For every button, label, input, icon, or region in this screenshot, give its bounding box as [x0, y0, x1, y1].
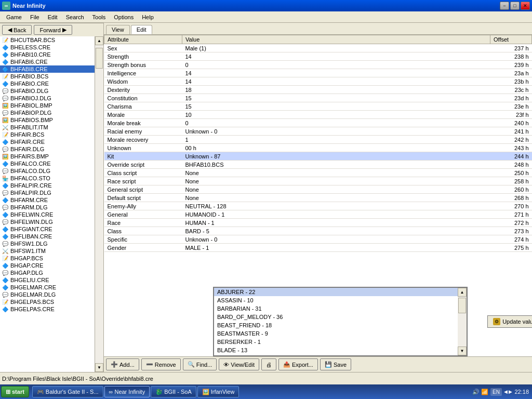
- menu-file[interactable]: File: [26, 13, 44, 21]
- dropdown-item[interactable]: ASSASIN - 10: [214, 296, 458, 304]
- start-button[interactable]: ⊞ start: [1, 386, 29, 397]
- list-item[interactable]: 📝BHCUTBAR.BCS: [0, 36, 95, 44]
- update-value-button[interactable]: ⚙ Update value: [487, 315, 532, 328]
- dropdown-item[interactable]: ABJURER - 22: [214, 288, 458, 296]
- list-item[interactable]: 💬BHFAIR.DLG: [0, 145, 95, 153]
- list-item[interactable]: 🔷BHFLIBAN.CRE: [0, 233, 95, 240]
- menu-help[interactable]: Help: [138, 13, 158, 21]
- table-row[interactable]: GeneralHUMANOID - 1271 h: [104, 210, 532, 219]
- table-row[interactable]: Constitution1523d h: [104, 94, 532, 102]
- table-row[interactable]: Morale1023f h: [104, 111, 532, 119]
- tab-view[interactable]: View: [106, 25, 130, 34]
- table-row[interactable]: Default scriptNone268 h: [104, 194, 532, 202]
- back-button[interactable]: ◀ Back: [2, 25, 32, 35]
- dropdown-scroll-down[interactable]: ▼: [458, 347, 467, 355]
- table-row[interactable]: Morale break0240 h: [104, 119, 532, 127]
- list-item[interactable]: ⚔️BHFABLIT.ITM: [0, 124, 95, 131]
- table-row[interactable]: Wisdom1423b h: [104, 77, 532, 86]
- dropdown-item[interactable]: BARD_OF_MELODY - 36: [214, 313, 458, 321]
- find-button[interactable]: 🔍 Find...: [183, 358, 217, 370]
- table-row[interactable]: Strength14238 h: [104, 52, 532, 61]
- list-item[interactable]: 🔷BHGAP.CRE: [0, 262, 95, 269]
- table-row[interactable]: ClassBARD - 5273 h: [104, 227, 532, 235]
- table-row[interactable]: SpecificUnknown - 0274 h: [104, 235, 532, 244]
- list-item[interactable]: 🖼️BHFABIOL.BMP: [0, 102, 95, 109]
- list-item[interactable]: 💬BHFARM.DLG: [0, 204, 95, 211]
- dropdown-item[interactable]: BEAST_FRIEND - 18: [214, 321, 458, 329]
- list-item[interactable]: 🔷BHFALCO.CRE: [0, 160, 95, 167]
- scroll-up-button[interactable]: ▲: [95, 36, 103, 45]
- tab-edit[interactable]: Edit: [131, 25, 152, 34]
- menu-game[interactable]: Game: [2, 13, 26, 21]
- dropdown-scrollbar[interactable]: ▲ ▼: [458, 288, 467, 355]
- table-row[interactable]: RaceHUMAN - 1272 h: [104, 219, 532, 227]
- taskbar-item[interactable]: ∞Near Infinity: [104, 386, 150, 397]
- list-item[interactable]: 📝BHGELPAS.BCS: [0, 298, 95, 305]
- dropdown-item[interactable]: BERSERKER - 1: [214, 338, 458, 346]
- table-row[interactable]: Class scriptNone250 h: [104, 169, 532, 177]
- print-button[interactable]: 🖨: [261, 358, 276, 370]
- taskbar-item[interactable]: 🐉BGII - SoA: [151, 386, 196, 397]
- dropdown-item[interactable]: BLADE - 13: [214, 346, 458, 354]
- export-button[interactable]: 📤 Export...: [278, 358, 318, 370]
- file-list-scrollbar[interactable]: ▲ ▼: [95, 36, 103, 372]
- list-item[interactable]: 💬BHFABIO.DLG: [0, 87, 95, 95]
- list-item[interactable]: 🔷BHFARM.CRE: [0, 196, 95, 204]
- taskbar-item[interactable]: 🎮Baldur's Gate II - S...: [32, 386, 103, 397]
- dropdown-item[interactable]: BARBARIAN - 31: [214, 304, 458, 313]
- list-item[interactable]: 🔷BHFABI6.CRE: [0, 58, 95, 65]
- list-item[interactable]: 💬BHGAP.DLG: [0, 269, 95, 276]
- minimize-button[interactable]: −: [500, 2, 509, 10]
- menu-options[interactable]: Options: [110, 13, 138, 21]
- table-row[interactable]: KitUnknown - 87244 h: [104, 152, 532, 161]
- list-item[interactable]: 💬BHFABIOJ.DLG: [0, 95, 95, 102]
- table-row[interactable]: Dexterity1823c h: [104, 86, 532, 94]
- table-row[interactable]: Enemy-AllyNEUTRAL - 128270 h: [104, 202, 532, 210]
- list-item[interactable]: 🔷BHFABI10.CRE: [0, 51, 95, 58]
- list-item[interactable]: 💬BHFALPIR.DLG: [0, 189, 95, 196]
- list-item[interactable]: 🖼️BHFAIRS.BMP: [0, 153, 95, 160]
- table-row[interactable]: Charisma1523e h: [104, 102, 532, 111]
- list-item[interactable]: 📝BHFABIO.BCS: [0, 73, 95, 80]
- dropdown-scroll-thumb[interactable]: [458, 298, 466, 313]
- table-row[interactable]: Override scriptBHFAB10.BCS248 h: [104, 161, 532, 169]
- scroll-down-button[interactable]: ▼: [95, 363, 103, 372]
- table-row[interactable]: Racial enemyUnknown - 0241 h: [104, 127, 532, 136]
- table-row[interactable]: Morale recovery1242 h: [104, 136, 532, 144]
- list-item[interactable]: 🔷BHFAIR.CRE: [0, 138, 95, 145]
- close-button[interactable]: ✕: [521, 2, 530, 10]
- list-item[interactable]: 💬BHFALCO.DLG: [0, 167, 95, 175]
- list-item[interactable]: 🔷BHFELWIN.CRE: [0, 211, 95, 218]
- list-item[interactable]: 🔷BHFGIANT.CRE: [0, 225, 95, 233]
- list-item[interactable]: 🔷BHFABIO.CRE: [0, 80, 95, 87]
- list-item[interactable]: 🔷BHELESS.CRE: [0, 44, 95, 51]
- list-item[interactable]: 💬BHGELMAR.DLG: [0, 291, 95, 298]
- forward-button[interactable]: Forward ▶: [34, 25, 72, 35]
- table-row[interactable]: GenderMALE - 1275 h: [104, 244, 532, 252]
- save-button[interactable]: 💾 Save: [320, 358, 351, 370]
- list-item[interactable]: 📝BHGAP.BCS: [0, 255, 95, 262]
- taskbar-item[interactable]: 🖼️IrfanView: [197, 386, 240, 397]
- list-item[interactable]: 📝BHFAIR.BCS: [0, 131, 95, 138]
- add-button[interactable]: ➕ Add...: [106, 358, 139, 370]
- dropdown-item[interactable]: BEASTMASTER - 9: [214, 329, 458, 338]
- list-item[interactable]: 💬BHFABIOP.DLG: [0, 109, 95, 116]
- list-item[interactable]: 🔷BHFABI8.CRE: [0, 65, 95, 73]
- remove-button[interactable]: ➖ Remove: [141, 358, 181, 370]
- table-row[interactable]: Race scriptNone258 h: [104, 177, 532, 185]
- list-item[interactable]: 🔷BHGELMAR.CRE: [0, 284, 95, 291]
- table-row[interactable]: SexMale (1)237 h: [104, 44, 532, 52]
- dropdown-scroll-up[interactable]: ▲: [458, 288, 467, 297]
- table-row[interactable]: Unknown00 h243 h: [104, 144, 532, 152]
- list-item[interactable]: 🔷BHGELIU.CRE: [0, 276, 95, 284]
- list-item[interactable]: 🔷BHFALPIR.CRE: [0, 182, 95, 189]
- menu-search[interactable]: Search: [62, 13, 88, 21]
- scroll-thumb[interactable]: [96, 48, 103, 69]
- maximize-button[interactable]: □: [510, 2, 520, 10]
- table-row[interactable]: General scriptNone260 h: [104, 185, 532, 194]
- list-item[interactable]: 💬BHFELWIN.DLG: [0, 218, 95, 225]
- list-item[interactable]: 🏪BHFALCO.STO: [0, 175, 95, 182]
- dropdown-list[interactable]: ABJURER - 22ASSASIN - 10BARBARIAN - 31BA…: [214, 288, 467, 355]
- menu-tools[interactable]: Tools: [88, 13, 110, 21]
- table-row[interactable]: Intelligence1423a h: [104, 69, 532, 77]
